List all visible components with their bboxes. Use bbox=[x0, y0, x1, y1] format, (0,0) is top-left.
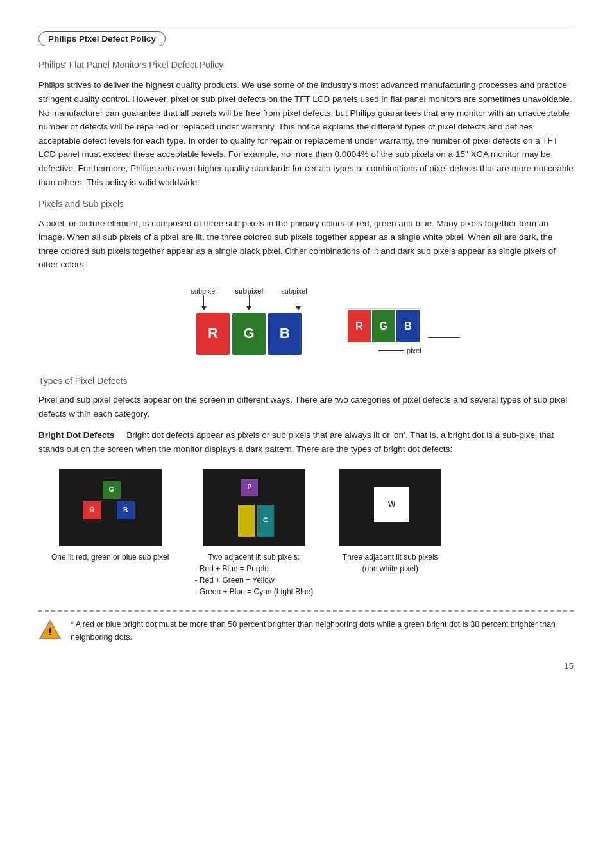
warning-icon: ! bbox=[38, 618, 62, 641]
blue-subpixel: B bbox=[268, 313, 302, 355]
page-content: Philips Pixel Defect Policy Philips' Fla… bbox=[0, 0, 612, 690]
subpixel-label-2: subpixel bbox=[235, 287, 264, 310]
dot1-caption: One lit red, green or blue sub pixel bbox=[51, 551, 169, 563]
pixels-paragraph: A pixel, or picture element, is composed… bbox=[38, 217, 574, 272]
page-number: 15 bbox=[565, 661, 574, 671]
subpixel-label-1: subpixel bbox=[191, 287, 216, 310]
subpixel-label-3: subpixel bbox=[281, 287, 307, 310]
dot3-white: W bbox=[374, 487, 409, 522]
dot-image-3: W bbox=[339, 469, 441, 546]
green-subpixel: G bbox=[232, 313, 266, 355]
pixel-label: pixel bbox=[407, 347, 421, 355]
dot1-red: R bbox=[83, 501, 101, 519]
top-divider bbox=[38, 26, 574, 26]
subpixel-labels-row: subpixel subpixel bbox=[191, 287, 307, 310]
subpixel-group: subpixel subpixel bbox=[191, 287, 307, 355]
types-paragraph: Pixel and sub pixel defects appear on th… bbox=[38, 393, 574, 421]
pixels-subheading: Pixels and Sub pixels bbox=[38, 197, 574, 211]
bright-dot-item-1: G R B One lit red, green or blue sub pix… bbox=[51, 469, 169, 563]
dot2-yellow bbox=[238, 505, 255, 537]
dot1-green: G bbox=[103, 481, 121, 499]
red-subpixel: R bbox=[196, 313, 230, 355]
dot2-item-2: - Red + Green = Yellow bbox=[194, 574, 313, 586]
bright-dot-row: G R B One lit red, green or blue sub pix… bbox=[51, 469, 574, 597]
combined-blue: B bbox=[396, 310, 420, 342]
dot2-caption: Two adjacent lit sub pixels: - Red + Blu… bbox=[194, 551, 313, 597]
dot2-purple: P bbox=[241, 479, 258, 496]
bright-dot-label: Bright Dot Defects bbox=[38, 430, 115, 440]
pixel-diagram: subpixel subpixel bbox=[38, 287, 574, 355]
dot2-item-3: - Green + Blue = Cyan (Light Blue) bbox=[194, 586, 313, 597]
dot1-blue: B bbox=[117, 501, 135, 519]
bright-dot-paragraph: Bright Dot Defects Bright dot defects ap… bbox=[38, 428, 574, 456]
bright-dot-text: Bright dot defects appear as pixels or s… bbox=[38, 430, 554, 454]
rgb-boxes: R G B bbox=[196, 313, 302, 355]
dot2-cyan: C bbox=[257, 505, 274, 537]
note-text: * A red or blue bright dot must be more … bbox=[71, 618, 574, 644]
rgb-combined-box: R G B bbox=[346, 308, 421, 344]
dot2-item-1: - Red + Blue = Purple bbox=[194, 563, 313, 574]
bright-dot-item-3: W Three adjacent lit sub pixels (one whi… bbox=[339, 469, 441, 574]
svg-text:!: ! bbox=[48, 626, 51, 637]
intro-paragraph: Philips strives to deliver the highest q… bbox=[38, 78, 574, 189]
dot-image-2: P C bbox=[203, 469, 305, 546]
types-heading: Types of Pixel Defects bbox=[38, 374, 574, 388]
page-title: Philips Pixel Defect Policy bbox=[38, 31, 166, 46]
dot2-list: - Red + Blue = Purple - Red + Green = Ye… bbox=[194, 563, 313, 597]
section-subtitle: Philips' Flat Panel Monitors Pixel Defec… bbox=[38, 58, 574, 72]
dot-image-1: G R B bbox=[59, 469, 162, 546]
combined-green: G bbox=[372, 310, 395, 342]
bottom-note: ! * A red or blue bright dot must be mor… bbox=[38, 610, 574, 651]
bright-dot-item-2: P C Two adjacent lit sub pixels: - Red +… bbox=[194, 469, 313, 597]
pixel-combined: R G B pixel bbox=[346, 308, 421, 355]
dot3-caption: Three adjacent lit sub pixels (one white… bbox=[343, 551, 438, 574]
combined-red: R bbox=[348, 310, 371, 342]
